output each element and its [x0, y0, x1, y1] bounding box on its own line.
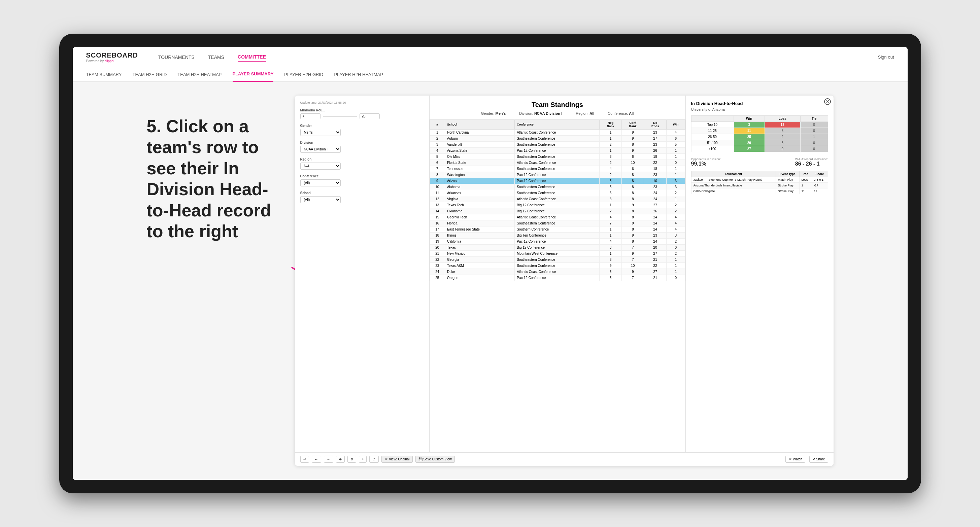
device-screen: SCOREBOARD Powered by clippd TOURNAMENTS…: [73, 47, 908, 480]
add-button[interactable]: +: [359, 456, 367, 463]
nav-tournaments[interactable]: TOURNAMENTS: [158, 53, 194, 61]
slider-track[interactable]: [323, 116, 357, 117]
app-container: Update time: 27/03/2024 16:56:26 Minimum…: [295, 95, 834, 466]
cell-conference: Southeastern Conference: [515, 263, 600, 269]
table-row[interactable]: 20 Texas Big 12 Conference 3 7 20 0: [430, 244, 685, 251]
cell-conf-rank: 10: [622, 160, 644, 166]
cell-no-rnds: 21: [644, 275, 667, 281]
back-button[interactable]: ←: [312, 456, 321, 463]
filter-conference-select[interactable]: (All): [300, 179, 341, 186]
cell-school: Arizona: [445, 178, 514, 184]
cell-school: Vanderbilt: [445, 142, 514, 148]
table-row[interactable]: 11 Arkansas Southeastern Conference 6 8 …: [430, 190, 685, 196]
table-row[interactable]: 4 Arizona State Pac-12 Conference 1 9 26…: [430, 148, 685, 154]
cell-no-rnds: 18: [644, 166, 667, 172]
table-row[interactable]: 25 Oregon Pac-12 Conference 5 7 21 0: [430, 275, 685, 281]
table-row[interactable]: 24 Duke Atlantic Coast Conference 5 9 27…: [430, 269, 685, 275]
table-row[interactable]: 12 Virginia Atlantic Coast Conference 3 …: [430, 196, 685, 202]
zoom-in-button[interactable]: ⊕: [336, 456, 345, 463]
cell-school: Auburn: [445, 136, 514, 142]
table-row[interactable]: 19 California Pac-12 Conference 4 8 24 2: [430, 239, 685, 244]
nav-teams[interactable]: TEAMS: [208, 53, 224, 61]
filter-school-select[interactable]: (All): [300, 196, 341, 203]
min-rounds-input[interactable]: [300, 113, 320, 119]
cell-conf-rank: 9: [622, 251, 644, 257]
sign-out-button[interactable]: | Sign out: [876, 54, 894, 60]
filter-gender-select[interactable]: Men's: [300, 129, 341, 136]
table-row[interactable]: 18 Illinois Big Ten Conference 1 9 23 3: [430, 233, 685, 239]
table-row[interactable]: 13 Texas Tech Big 12 Conference 1 9 27 2: [430, 202, 685, 208]
filter-division-select[interactable]: NCAA Division I: [300, 146, 341, 153]
h2h-tie-top10: 0: [800, 122, 828, 128]
cell-no-rnds: 26: [644, 148, 667, 154]
table-row[interactable]: 10 Alabama Southeastern Conference 5 8 2…: [430, 184, 685, 190]
sub-nav-team-summary[interactable]: TEAM SUMMARY: [86, 67, 122, 82]
cell-school: Arizona State: [445, 148, 514, 154]
table-row[interactable]: 17 East Tennessee State Southern Confere…: [430, 227, 685, 233]
h2h-row-top10[interactable]: Top 10 3 13 0: [691, 122, 828, 128]
view-original-button[interactable]: 👁 View: Original: [382, 456, 412, 463]
h2h-team: University of Arizona: [691, 107, 828, 111]
h2h-th-range: [691, 116, 733, 122]
table-row[interactable]: 3 Vanderbilt Southeastern Conference 2 8…: [430, 142, 685, 148]
h2h-row-26-50[interactable]: 26-50 25 2 1: [691, 134, 828, 140]
table-row[interactable]: 8 Washington Pac-12 Conference 2 8 23 1: [430, 172, 685, 178]
table-row[interactable]: 23 Texas A&M Southeastern Conference 9 1…: [430, 263, 685, 269]
cell-conf-rank: 8: [622, 208, 644, 214]
tourn-score: 2-3-0 1: [812, 177, 828, 183]
table-row[interactable]: 1 North Carolina Atlantic Coast Conferen…: [430, 130, 685, 136]
table-row[interactable]: 6 Florida State Atlantic Coast Conferenc…: [430, 160, 685, 166]
h2h-row-51-100[interactable]: 51-100 20 3 0: [691, 140, 828, 146]
sub-nav-player-h2h-grid[interactable]: PLAYER H2H GRID: [284, 67, 323, 82]
cell-win: 2: [667, 190, 685, 196]
share-button[interactable]: ↗ Share: [809, 456, 828, 463]
max-rounds-input[interactable]: [360, 113, 380, 119]
table-row[interactable]: 15 Georgia Tech Atlantic Coast Conferenc…: [430, 214, 685, 221]
table-row[interactable]: 14 Oklahoma Big 12 Conference 2 8 26 2: [430, 208, 685, 214]
cell-no-rnds: 24: [644, 190, 667, 196]
clock-button[interactable]: ⏱: [369, 456, 379, 463]
nav-committee[interactable]: COMMITTEE: [238, 53, 266, 62]
cell-no-rnds: 23: [644, 142, 667, 148]
table-row[interactable]: 16 Florida Southeastern Conference 7 9 2…: [430, 221, 685, 227]
table-row[interactable]: 9 Arizona Pac-12 Conference 5 8 10 3: [430, 178, 685, 184]
watch-label: Watch: [793, 457, 802, 461]
table-row[interactable]: 5 Ole Miss Southeastern Conference 3 6 1…: [430, 154, 685, 160]
cell-school: Virginia: [445, 196, 514, 202]
h2h-row-11-25[interactable]: 11-25 11 8 0: [691, 128, 828, 134]
table-row[interactable]: 2 Auburn Southeastern Conference 1 9 27 …: [430, 136, 685, 142]
cell-school: Florida: [445, 221, 514, 227]
cell-win: 0: [667, 275, 685, 281]
filter-region-select[interactable]: N/A: [300, 162, 341, 170]
save-custom-button[interactable]: 💾 Save Custom View: [415, 456, 455, 463]
cell-school: Washington: [445, 172, 514, 178]
meta-gender: Gender: Men's: [481, 111, 506, 116]
h2h-row-100plus[interactable]: >100 27 0 0: [691, 146, 828, 152]
cell-school: Duke: [445, 269, 514, 275]
cell-conf-rank: 8: [622, 214, 644, 221]
table-row[interactable]: 22 Georgia Southeastern Conference 8 7 2…: [430, 257, 685, 263]
h2h-loss-100plus: 0: [765, 146, 800, 152]
sub-nav-player-summary[interactable]: PLAYER SUMMARY: [232, 67, 274, 82]
update-time: Update time: 27/03/2024 16:56:26: [300, 101, 424, 104]
h2h-win-26-50: 25: [733, 134, 765, 140]
sub-nav-player-h2h-heatmap[interactable]: PLAYER H2H HEATMAP: [334, 67, 383, 82]
cell-conference: Mountain West Conference: [515, 251, 600, 257]
tournament-row: Cabo Collegiate Stroke Play 11 17: [691, 189, 828, 194]
cell-no-rnds: 23: [644, 184, 667, 190]
sub-nav-team-h2h-grid[interactable]: TEAM H2H GRID: [132, 67, 167, 82]
cell-rank: 24: [430, 269, 445, 275]
table-row[interactable]: 7 Tennessee Southeastern Conference 4 6 …: [430, 166, 685, 172]
watch-button[interactable]: 👁 Watch: [786, 456, 805, 463]
cell-conference: Southeastern Conference: [515, 142, 600, 148]
navbar: SCOREBOARD Powered by clippd TOURNAMENTS…: [73, 47, 908, 67]
table-row[interactable]: 21 New Mexico Mountain West Conference 1…: [430, 251, 685, 257]
cell-conference: Atlantic Coast Conference: [515, 196, 600, 202]
close-h2h-button[interactable]: ✕: [824, 98, 831, 105]
cell-rank: 1: [430, 130, 445, 136]
cell-reg-rank: 6: [600, 190, 622, 196]
sub-nav-team-h2h-heatmap[interactable]: TEAM H2H HEATMAP: [177, 67, 221, 82]
forward-button[interactable]: →: [324, 456, 333, 463]
zoom-out-button[interactable]: ⊖: [347, 456, 356, 463]
undo-button[interactable]: ↩: [300, 456, 309, 463]
